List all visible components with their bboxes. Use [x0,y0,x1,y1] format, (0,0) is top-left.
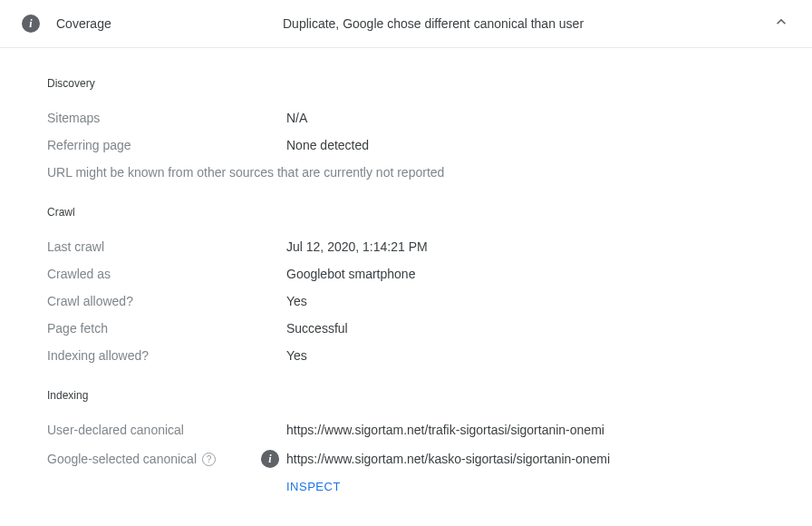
help-icon[interactable]: ? [202,453,216,466]
discovery-note: URL might be known from other sources th… [47,159,765,186]
discovery-section-title: Discovery [47,77,765,90]
crawl-allowed-label: Crawl allowed? [47,294,286,308]
referring-page-value: None detected [286,138,369,152]
referring-page-label: Referring page [47,138,286,152]
user-canonical-label: User-declared canonical [47,423,286,437]
crawl-allowed-value: Yes [286,294,307,308]
google-canonical-row: Google-selected canonical ? i https://ww… [47,443,765,474]
crawl-section-title: Crawl [47,206,765,219]
crawl-allowed-row: Crawl allowed? Yes [47,287,765,315]
google-canonical-label: Google-selected canonical ? [47,452,286,466]
chevron-up-icon[interactable] [772,13,790,34]
page-fetch-row: Page fetch Successful [47,315,765,342]
coverage-header[interactable]: i Coverage Duplicate, Google chose diffe… [0,0,812,48]
referring-page-row: Referring page None detected [47,132,765,159]
crawled-as-row: Crawled as Googlebot smartphone [47,260,765,287]
indexing-section-title: Indexing [47,389,765,402]
crawled-as-value: Googlebot smartphone [286,267,415,281]
last-crawl-value: Jul 12, 2020, 1:14:21 PM [286,239,428,254]
page-fetch-label: Page fetch [47,321,286,336]
google-canonical-value: https://www.sigortam.net/kasko-sigortasi… [286,452,610,466]
crawled-as-label: Crawled as [47,267,286,281]
sitemaps-value: N/A [286,111,307,125]
user-canonical-value: https://www.sigortam.net/trafik-sigortas… [286,423,604,437]
info-icon[interactable]: i [261,450,279,468]
coverage-label: Coverage [56,16,283,31]
coverage-value: Duplicate, Google chose different canoni… [283,16,772,31]
user-canonical-row: User-declared canonical https://www.sigo… [47,416,765,443]
page-fetch-value: Successful [286,321,348,336]
info-icon: i [22,15,40,33]
google-canonical-label-text: Google-selected canonical [47,452,197,466]
inspect-button[interactable]: INSPECT [286,480,765,493]
last-crawl-label: Last crawl [47,239,286,254]
indexing-allowed-row: Indexing allowed? Yes [47,342,765,369]
last-crawl-row: Last crawl Jul 12, 2020, 1:14:21 PM [47,233,765,260]
coverage-details: Discovery Sitemaps N/A Referring page No… [0,48,812,511]
sitemaps-row: Sitemaps N/A [47,104,765,132]
sitemaps-label: Sitemaps [47,111,286,125]
indexing-allowed-label: Indexing allowed? [47,348,286,363]
indexing-allowed-value: Yes [286,348,307,363]
